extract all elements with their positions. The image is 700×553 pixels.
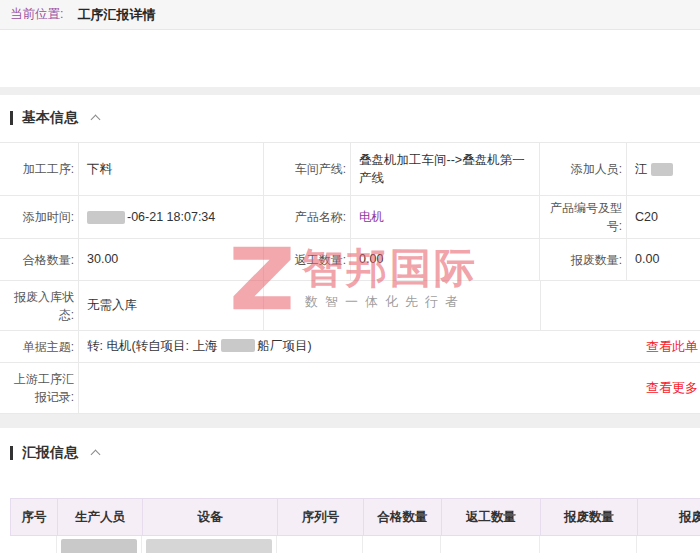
table-row: 添加时间: -06-21 18:07:34 产品名称: 电机 产品编号及型号: … xyxy=(0,196,700,239)
field-value-workshop-line: 叠盘机加工车间-->叠盘机第一产线 xyxy=(350,143,539,195)
cell-scrap-qty xyxy=(540,536,637,553)
basic-info-section-header: 基本信息 xyxy=(0,109,700,127)
table-row xyxy=(10,536,700,553)
field-value-rework-qty: 0.00 xyxy=(350,239,539,280)
report-info-card: 汇报信息 序号 生产人员 设备 序列号 合格数量 返工数量 报废数量 报废原因 xyxy=(0,428,700,553)
report-info-section-header: 汇报信息 xyxy=(0,444,700,462)
view-more-link[interactable]: 查看更多 xyxy=(646,379,698,398)
field-value-added-by: 江 xyxy=(626,143,700,195)
section-divider xyxy=(0,414,700,428)
header-cell-scrap-reason: 报废原因 xyxy=(638,499,700,535)
cell-serial-no xyxy=(277,536,363,553)
product-name-link[interactable]: 电机 xyxy=(359,208,384,226)
field-label-doc-subject: 单据主题: xyxy=(0,331,78,362)
breadcrumb: 当前位置: 工序汇报详情 xyxy=(0,0,700,30)
field-value-product-no: C20 xyxy=(626,196,700,238)
header-cell-serial-no: 序列号 xyxy=(278,499,364,535)
redaction-block xyxy=(221,339,255,352)
cell-rework-qty xyxy=(441,536,540,553)
basic-info-title: 基本信息 xyxy=(22,109,78,127)
report-table: 序号 生产人员 设备 序列号 合格数量 返工数量 报废数量 报废原因 xyxy=(10,498,700,553)
header-cell-scrap-qty: 报废数量 xyxy=(541,499,638,535)
table-row: 加工工序: 下料 车间产线: 叠盘机加工车间-->叠盘机第一产线 添加人员: 江 xyxy=(0,143,700,196)
basic-info-card: 基本信息 加工工序: 下料 车间产线: 叠盘机加工车间-->叠盘机第一产线 添加… xyxy=(0,95,700,414)
section-accent-bar xyxy=(10,111,13,125)
header-cell-equipment: 设备 xyxy=(143,499,278,535)
chevron-up-icon[interactable] xyxy=(91,115,101,125)
field-label-product-name: 产品名称: xyxy=(263,196,350,238)
empty-cell xyxy=(263,281,540,330)
cell-qualified-qty xyxy=(363,536,441,553)
field-value-process: 下料 xyxy=(78,143,263,195)
page-title: 工序汇报详情 xyxy=(77,6,155,24)
field-value-scrap-stock-status: 无需入库 xyxy=(78,281,263,330)
report-table-header: 序号 生产人员 设备 序列号 合格数量 返工数量 报废数量 报废原因 xyxy=(10,498,700,536)
view-document-link[interactable]: 查看此单 xyxy=(646,337,698,356)
doc-subject-text: 转: 电机(转自项目: 上海船厂项目) xyxy=(87,337,312,355)
field-label-upstream-record: 上游工序汇报记录: xyxy=(0,363,78,413)
empty-cell xyxy=(540,281,700,330)
field-value-upstream-record: 查看更多 xyxy=(78,363,700,413)
cell-producer xyxy=(57,536,142,553)
header-cell-index: 序号 xyxy=(11,499,58,535)
cell-index xyxy=(10,536,57,553)
table-row: 合格数量: 30.00 返工数量: 0.00 报废数量: 0.00 xyxy=(0,239,700,281)
redaction-block xyxy=(146,539,272,553)
added-by-text: 江 xyxy=(635,160,648,178)
field-value-added-time: -06-21 18:07:34 xyxy=(78,196,263,238)
basic-info-table: 加工工序: 下料 车间产线: 叠盘机加工车间-->叠盘机第一产线 添加人员: 江… xyxy=(0,142,700,414)
table-row: 单据主题: 转: 电机(转自项目: 上海船厂项目) 查看此单 xyxy=(0,331,700,363)
header-cell-producer: 生产人员 xyxy=(58,499,143,535)
table-row: 报废入库状态: 无需入库 xyxy=(0,281,700,331)
field-label-rework-qty: 返工数量: xyxy=(263,239,350,280)
field-label-process: 加工工序: xyxy=(0,143,78,195)
redaction-block xyxy=(61,539,137,553)
section-accent-bar xyxy=(10,446,13,460)
redaction-block xyxy=(651,163,673,176)
field-label-scrap-qty: 报废数量: xyxy=(539,239,626,280)
field-label-product-no: 产品编号及型号: xyxy=(539,196,626,238)
field-value-product-name: 电机 xyxy=(350,196,539,238)
cell-equipment xyxy=(142,536,277,553)
field-value-qualified-qty: 30.00 xyxy=(78,239,263,280)
section-divider xyxy=(0,87,700,95)
cell-scrap-reason xyxy=(637,536,700,553)
toolbar-empty-area xyxy=(0,30,700,87)
chevron-up-icon[interactable] xyxy=(91,450,101,460)
field-label-added-by: 添加人员: xyxy=(539,143,626,195)
process-report-detail-page: 当前位置: 工序汇报详情 基本信息 加工工序: 下料 车间产线: 叠盘机加工车间… xyxy=(0,0,700,553)
breadcrumb-label: 当前位置: xyxy=(10,6,63,23)
header-cell-qualified-qty: 合格数量 xyxy=(364,499,442,535)
report-info-title: 汇报信息 xyxy=(22,444,78,462)
field-label-added-time: 添加时间: xyxy=(0,196,78,238)
field-label-scrap-stock-status: 报废入库状态: xyxy=(0,281,78,330)
added-time-text: -06-21 18:07:34 xyxy=(127,208,215,226)
field-value-doc-subject: 转: 电机(转自项目: 上海船厂项目) 查看此单 xyxy=(78,331,700,362)
table-row: 上游工序汇报记录: 查看更多 xyxy=(0,363,700,414)
header-cell-rework-qty: 返工数量 xyxy=(442,499,541,535)
field-label-workshop-line: 车间产线: xyxy=(263,143,350,195)
field-value-scrap-qty: 0.00 xyxy=(626,239,700,280)
field-label-qualified-qty: 合格数量: xyxy=(0,239,78,280)
redaction-block xyxy=(87,211,125,224)
